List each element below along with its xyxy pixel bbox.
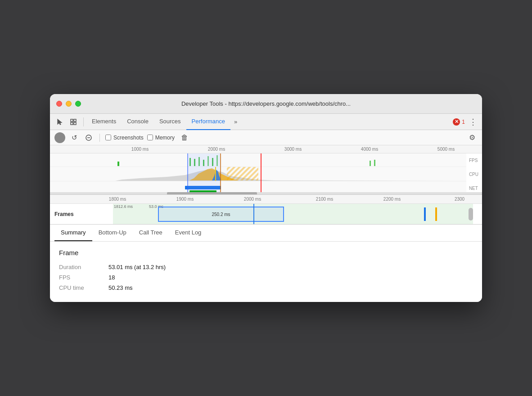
clear-button[interactable] bbox=[83, 132, 94, 143]
tick-2000ms: 2000 ms bbox=[208, 147, 225, 152]
detail-position-line bbox=[253, 204, 254, 225]
cpu-time-key: CPU time bbox=[59, 284, 95, 291]
svg-rect-0 bbox=[71, 119, 73, 122]
devtools-right-actions: ✕ 1 ⋮ bbox=[453, 117, 478, 127]
tab-summary[interactable]: Summary bbox=[54, 225, 92, 241]
devtools-tabs: Elements Console Sources Performance » ✕… bbox=[50, 114, 482, 130]
inspect-icon[interactable] bbox=[67, 116, 80, 128]
tick-5000ms: 5000 ms bbox=[437, 147, 455, 152]
cpu-row bbox=[50, 167, 466, 181]
overview-timeline: 1000 ms 2000 ms 3000 ms 4000 ms 5000 ms … bbox=[50, 145, 482, 195]
tick-1000ms: 1000 ms bbox=[131, 147, 149, 152]
error-badge[interactable]: ✕ 1 bbox=[453, 118, 465, 126]
tab-performance[interactable]: Performance bbox=[186, 114, 230, 130]
svg-marker-16 bbox=[113, 169, 455, 181]
fps-key: FPS bbox=[59, 274, 95, 281]
duration-key: Duration bbox=[59, 264, 95, 270]
perf-toolbar-right: ⚙ bbox=[467, 132, 478, 143]
perf-toolbar: ↺ Screenshots Memory 🗑 ⚙ bbox=[50, 130, 482, 145]
summary-row-cpu: CPU time 50.23 ms bbox=[59, 284, 473, 291]
svg-rect-3 bbox=[74, 122, 76, 125]
tab-bottom-up[interactable]: Bottom-Up bbox=[92, 225, 133, 241]
detail-tick-2300: 2300 bbox=[455, 197, 464, 202]
tab-console[interactable]: Console bbox=[122, 114, 154, 130]
titlebar: Developer Tools - https://developers.goo… bbox=[50, 94, 482, 114]
tab-elements[interactable]: Elements bbox=[86, 114, 122, 130]
svg-rect-14 bbox=[370, 161, 371, 166]
detail-timescale: 1800 ms 1900 ms 2000 ms 2100 ms 2200 ms … bbox=[50, 195, 482, 204]
trash-button[interactable]: 🗑 bbox=[181, 134, 188, 142]
overview-selection bbox=[187, 153, 221, 195]
bottom-panel: Summary Bottom-Up Call Tree Event Log Fr… bbox=[50, 225, 482, 302]
detail-timeline: 1800 ms 1900 ms 2000 ms 2100 ms 2200 ms … bbox=[50, 195, 482, 225]
svg-rect-19 bbox=[227, 167, 258, 180]
detail-tick-2100: 2100 ms bbox=[316, 197, 333, 202]
detail-content: ... Frames 1812.6 ms 53.0 ms 250.2 ms bbox=[50, 204, 482, 225]
memory-checkbox-label[interactable]: Memory bbox=[147, 135, 175, 141]
fps-label: FPS bbox=[469, 153, 478, 167]
duration-val: 53.01 ms (at 13.2 hrs) bbox=[108, 264, 166, 270]
detail-tick-2000: 2000 ms bbox=[244, 197, 261, 202]
tab-sources[interactable]: Sources bbox=[154, 114, 186, 130]
settings-button[interactable]: ⚙ bbox=[467, 132, 478, 143]
error-icon: ✕ bbox=[453, 118, 460, 126]
frame-label-1812: 1812.6 ms bbox=[114, 204, 133, 209]
maximize-button[interactable] bbox=[75, 101, 81, 107]
svg-rect-2 bbox=[71, 122, 73, 125]
summary-row-duration: Duration 53.01 ms (at 13.2 hrs) bbox=[59, 264, 473, 270]
frame-marker-blue bbox=[424, 207, 426, 221]
cursor-icon[interactable] bbox=[54, 116, 66, 128]
screenshots-checkbox[interactable] bbox=[105, 135, 111, 140]
svg-rect-6 bbox=[117, 162, 119, 166]
window-title: Developer Tools - https://developers.goo… bbox=[181, 100, 351, 107]
toolbar-divider bbox=[99, 134, 100, 142]
tick-4000ms: 4000 ms bbox=[361, 147, 378, 152]
tab-event-log[interactable]: Event Log bbox=[169, 225, 208, 241]
detail-tick-1800: 1800 ms bbox=[109, 197, 126, 202]
kebab-menu[interactable]: ⋮ bbox=[468, 117, 478, 127]
detail-scrollbar-thumb[interactable] bbox=[469, 208, 473, 220]
minimize-button[interactable] bbox=[66, 101, 72, 107]
screenshots-checkbox-label[interactable]: Screenshots bbox=[105, 135, 144, 141]
svg-rect-1 bbox=[74, 119, 76, 122]
fps-row bbox=[50, 153, 466, 167]
cpu-label: CPU bbox=[469, 167, 478, 181]
frames-label: Frames bbox=[54, 211, 74, 217]
frame-marker-orange bbox=[435, 207, 437, 221]
summary-row-fps: FPS 18 bbox=[59, 274, 473, 281]
summary-title: Frame bbox=[59, 249, 473, 256]
memory-checkbox[interactable] bbox=[147, 135, 153, 140]
svg-rect-15 bbox=[374, 160, 375, 166]
overview-row-labels: FPS CPU NET bbox=[469, 153, 478, 195]
detail-tick-1900: 1900 ms bbox=[176, 197, 194, 202]
tab-divider bbox=[83, 117, 84, 126]
devtools-window: Developer Tools - https://developers.goo… bbox=[50, 94, 482, 302]
cpu-chart bbox=[50, 167, 466, 181]
fps-val: 18 bbox=[108, 274, 115, 281]
record-button[interactable] bbox=[54, 132, 65, 143]
tab-more[interactable]: » bbox=[230, 114, 241, 130]
overview-timescale: 1000 ms 2000 ms 3000 ms 4000 ms 5000 ms … bbox=[50, 145, 482, 153]
cpu-time-val: 50.23 ms bbox=[108, 284, 132, 291]
detail-tick-2200: 2200 ms bbox=[383, 197, 401, 202]
tab-call-tree[interactable]: Call Tree bbox=[133, 225, 169, 241]
summary-content: Frame Duration 53.01 ms (at 13.2 hrs) FP… bbox=[50, 242, 482, 302]
bottom-tabs: Summary Bottom-Up Call Tree Event Log bbox=[50, 225, 482, 242]
overview-content: FPS CPU NET bbox=[50, 153, 482, 195]
selected-frame-block[interactable]: 250.2 ms bbox=[158, 207, 284, 222]
fps-chart bbox=[50, 153, 466, 166]
current-time-line bbox=[261, 153, 261, 195]
traffic-lights bbox=[56, 101, 81, 107]
close-button[interactable] bbox=[56, 101, 62, 107]
reload-record-button[interactable]: ↺ bbox=[69, 132, 80, 143]
selected-frame-label: 250.2 ms bbox=[212, 212, 230, 217]
frames-track: 1812.6 ms 53.0 ms 250.2 ms bbox=[113, 204, 473, 225]
tick-3000ms: 3000 ms bbox=[284, 147, 302, 152]
